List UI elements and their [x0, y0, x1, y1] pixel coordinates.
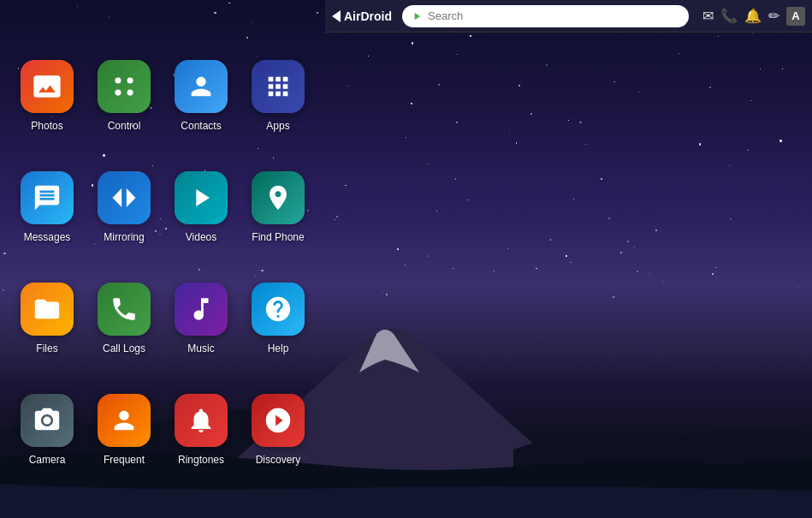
- bell-icon[interactable]: 🔔: [744, 8, 762, 24]
- app-icon-messages: [21, 171, 74, 224]
- app-icon-music: [175, 283, 228, 336]
- app-icon-ringtones: [175, 394, 228, 447]
- app-icon-photos: [21, 60, 74, 113]
- app-icon-discovery: [252, 394, 305, 447]
- search-input[interactable]: [428, 9, 680, 22]
- app-label-files: Files: [36, 342, 57, 354]
- app-item-music[interactable]: Music: [163, 274, 240, 385]
- app-icon-control: [98, 60, 151, 113]
- app-icon-apps: [252, 60, 305, 113]
- brand-arrow-icon: [332, 10, 341, 22]
- app-label-photos: Photos: [31, 120, 62, 132]
- app-item-ringtones[interactable]: Ringtones: [163, 385, 240, 497]
- svg-point-0: [115, 77, 121, 83]
- user-avatar[interactable]: A: [786, 7, 805, 26]
- app-label-apps: Apps: [266, 120, 289, 132]
- app-item-files[interactable]: Files: [9, 274, 86, 385]
- brand-name: AirDroid: [344, 9, 392, 23]
- app-item-camera[interactable]: Camera: [9, 385, 86, 497]
- svg-point-3: [127, 90, 133, 96]
- app-item-findphone[interactable]: Find Phone: [240, 163, 317, 274]
- app-label-help: Help: [268, 342, 289, 354]
- app-icon-contacts: [175, 60, 228, 113]
- app-icon-files: [21, 283, 74, 336]
- phone-icon[interactable]: 📞: [720, 8, 738, 24]
- app-label-contacts: Contacts: [181, 120, 221, 132]
- app-icon-camera: [21, 394, 74, 447]
- app-label-messages: Messages: [24, 231, 71, 243]
- app-icon-mirroring: [98, 171, 151, 224]
- app-label-control: Control: [108, 120, 141, 132]
- app-item-photos[interactable]: Photos: [9, 51, 86, 163]
- email-icon[interactable]: ✉: [702, 8, 714, 24]
- app-icon-frequent: [98, 394, 151, 447]
- app-label-music: Music: [187, 342, 214, 354]
- app-item-help[interactable]: Help: [240, 274, 317, 385]
- edit-icon[interactable]: ✏: [768, 8, 779, 24]
- app-icon-help: [252, 283, 305, 336]
- app-grid: Photos Control Contacts Apps Messages: [0, 43, 325, 505]
- app-label-frequent: Frequent: [104, 454, 145, 466]
- topbar: AirDroid ✉ 📞 🔔 ✏ A: [325, 0, 812, 33]
- app-label-calllogs: Call Logs: [103, 342, 145, 354]
- topbar-icons: ✉ 📞 🔔 ✏ A: [702, 7, 805, 26]
- app-item-videos[interactable]: Videos: [163, 163, 240, 274]
- app-item-contacts[interactable]: Contacts: [163, 51, 240, 163]
- app-icon-videos: [175, 171, 228, 224]
- svg-point-2: [115, 90, 121, 96]
- app-icon-calllogs: [98, 283, 151, 336]
- app-label-findphone: Find Phone: [252, 231, 304, 243]
- app-label-ringtones: Ringtones: [178, 454, 224, 466]
- app-icon-findphone: [252, 171, 305, 224]
- brand-logo: AirDroid: [332, 9, 392, 23]
- app-item-messages[interactable]: Messages: [9, 163, 86, 274]
- app-item-frequent[interactable]: Frequent: [86, 385, 163, 497]
- app-label-camera: Camera: [29, 454, 66, 466]
- app-label-videos: Videos: [186, 231, 216, 243]
- app-item-discovery[interactable]: Discovery: [240, 385, 317, 497]
- search-bar[interactable]: [402, 5, 689, 27]
- play-store-icon: [411, 10, 423, 22]
- app-label-discovery: Discovery: [256, 454, 301, 466]
- app-item-apps[interactable]: Apps: [240, 51, 317, 163]
- app-item-calllogs[interactable]: Call Logs: [86, 274, 163, 385]
- app-item-control[interactable]: Control: [86, 51, 163, 163]
- app-label-mirroring: Mirroring: [104, 231, 144, 243]
- svg-point-1: [127, 77, 133, 83]
- app-item-mirroring[interactable]: Mirroring: [86, 163, 163, 274]
